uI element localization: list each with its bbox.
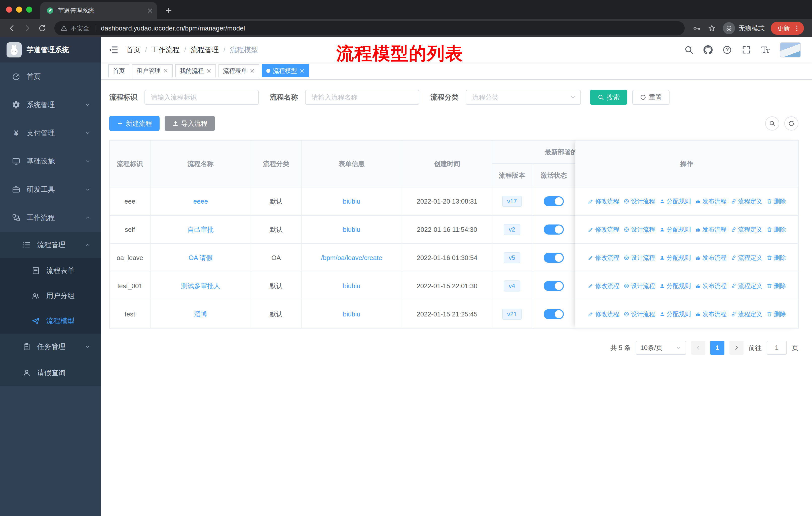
sidebar-item-leave-query[interactable]: 请假查询 [0, 360, 101, 386]
sidebar-collapse-icon[interactable] [108, 45, 118, 55]
user-avatar[interactable] [780, 42, 801, 57]
close-icon[interactable] [163, 68, 168, 73]
process-name-link[interactable]: eeee [193, 197, 208, 205]
browser-tab[interactable]: 芋道管理系统 [40, 2, 157, 19]
breadcrumb-item[interactable]: 工作流程 [151, 45, 180, 55]
refresh-table-button[interactable] [784, 116, 799, 131]
new-tab-button[interactable] [162, 4, 175, 17]
menu-kebab-icon[interactable] [793, 25, 801, 32]
active-toggle[interactable] [544, 224, 564, 235]
publish-process-link[interactable]: 发布流程 [695, 225, 727, 234]
design-process-link[interactable]: 设计流程 [624, 310, 655, 318]
sidebar-item-process-model[interactable]: 流程模型 [0, 308, 101, 333]
process-definition-link[interactable]: 流程定义 [731, 310, 762, 318]
process-key-input[interactable] [144, 90, 259, 105]
sidebar-item-infra[interactable]: 基础设施 [0, 147, 101, 175]
sidebar-item-system[interactable]: 系统管理 [0, 91, 101, 119]
close-icon[interactable] [299, 68, 304, 73]
edit-process-link[interactable]: 修改流程 [588, 282, 619, 290]
form-info-link[interactable]: biubiu [343, 197, 360, 205]
process-name-link[interactable]: 自己审批 [187, 226, 214, 233]
publish-process-link[interactable]: 发布流程 [695, 282, 727, 290]
address-bar[interactable]: 不安全 dashboard.yudao.iocoder.cn/bpm/manag… [54, 21, 685, 35]
sidebar-item-workflow[interactable]: 工作流程 [0, 203, 101, 232]
search-icon[interactable] [684, 45, 694, 55]
fullscreen-icon[interactable] [742, 45, 751, 55]
active-toggle[interactable] [544, 281, 564, 291]
page-size-select[interactable]: 10条/页 [636, 341, 686, 355]
forward-button[interactable] [20, 21, 34, 35]
password-key-icon[interactable] [690, 21, 704, 35]
active-toggle[interactable] [544, 196, 564, 206]
process-name-link[interactable]: 滔博 [194, 310, 207, 318]
assign-rule-link[interactable]: 分配规则 [659, 310, 691, 318]
process-definition-link[interactable]: 流程定义 [731, 197, 762, 205]
toggle-search-button[interactable] [765, 116, 779, 131]
page-number-button[interactable]: 1 [710, 341, 724, 355]
sidebar-logo[interactable]: 芋道管理系统 [0, 37, 101, 62]
design-process-link[interactable]: 设计流程 [624, 197, 655, 205]
assign-rule-link[interactable]: 分配规则 [659, 282, 691, 290]
process-category-select[interactable]: 流程分类 [466, 90, 581, 105]
delete-link[interactable]: 删除 [766, 282, 786, 290]
search-button[interactable]: 搜索 [590, 90, 627, 105]
next-page-button[interactable] [729, 341, 744, 355]
process-definition-link[interactable]: 流程定义 [731, 225, 762, 234]
edit-process-link[interactable]: 修改流程 [588, 225, 619, 234]
form-info-link[interactable]: biubiu [343, 282, 360, 290]
zoom-window-button[interactable] [26, 6, 32, 12]
form-info-link[interactable]: /bpm/oa/leave/create [321, 254, 382, 262]
github-icon[interactable] [703, 45, 713, 55]
create-process-button[interactable]: 新建流程 [109, 116, 160, 131]
sidebar-item-task-management[interactable]: 任务管理 [0, 333, 101, 360]
tag-首页[interactable]: 首页 [108, 64, 129, 77]
reload-button[interactable] [35, 21, 49, 35]
edit-process-link[interactable]: 修改流程 [588, 310, 619, 318]
sidebar-item-user-group[interactable]: 用户分组 [0, 283, 101, 308]
bookmark-star-icon[interactable] [705, 21, 719, 35]
edit-process-link[interactable]: 修改流程 [588, 197, 619, 205]
close-window-button[interactable] [6, 6, 12, 12]
design-process-link[interactable]: 设计流程 [624, 282, 655, 290]
delete-link[interactable]: 删除 [766, 254, 786, 262]
tag-我的流程[interactable]: 我的流程 [175, 64, 216, 77]
breadcrumb-item[interactable]: 首页 [126, 45, 141, 55]
goto-page-input[interactable] [767, 341, 787, 355]
delete-link[interactable]: 删除 [766, 225, 786, 234]
sidebar-item-process-form[interactable]: 流程表单 [0, 258, 101, 283]
sidebar-item-home[interactable]: 首页 [0, 62, 101, 91]
prev-page-button[interactable] [691, 341, 705, 355]
publish-process-link[interactable]: 发布流程 [695, 197, 727, 205]
back-button[interactable] [5, 21, 19, 35]
delete-link[interactable]: 删除 [766, 197, 786, 205]
reset-button[interactable]: 重置 [632, 90, 670, 105]
design-process-link[interactable]: 设计流程 [624, 225, 655, 234]
process-name-link[interactable]: OA 请假 [188, 254, 212, 262]
minimize-window-button[interactable] [16, 6, 22, 12]
process-definition-link[interactable]: 流程定义 [731, 254, 762, 262]
close-icon[interactable] [250, 68, 255, 73]
edit-process-link[interactable]: 修改流程 [588, 254, 619, 262]
form-info-link[interactable]: biubiu [343, 310, 360, 318]
sidebar-item-process-management[interactable]: 流程管理 [0, 232, 101, 258]
tag-流程表单[interactable]: 流程表单 [219, 64, 259, 77]
process-definition-link[interactable]: 流程定义 [731, 282, 762, 290]
update-button[interactable]: 更新 [771, 22, 804, 35]
publish-process-link[interactable]: 发布流程 [695, 254, 727, 262]
sidebar-item-devtools[interactable]: 研发工具 [0, 175, 101, 203]
tag-流程模型[interactable]: 流程模型 [262, 64, 309, 77]
design-process-link[interactable]: 设计流程 [624, 254, 655, 262]
sidebar-item-payment[interactable]: ¥支付管理 [0, 119, 101, 147]
process-name-input[interactable] [305, 90, 419, 105]
process-name-link[interactable]: 测试多审批人 [181, 282, 220, 290]
tag-租户管理[interactable]: 租户管理 [132, 64, 173, 77]
close-icon[interactable] [206, 68, 211, 73]
import-process-button[interactable]: 导入流程 [165, 116, 215, 131]
active-toggle[interactable] [544, 309, 564, 319]
help-icon[interactable] [722, 45, 732, 55]
tab-close-icon[interactable] [147, 7, 153, 13]
publish-process-link[interactable]: 发布流程 [695, 310, 727, 318]
assign-rule-link[interactable]: 分配规则 [659, 225, 691, 234]
assign-rule-link[interactable]: 分配规则 [659, 254, 691, 262]
active-toggle[interactable] [544, 253, 564, 263]
